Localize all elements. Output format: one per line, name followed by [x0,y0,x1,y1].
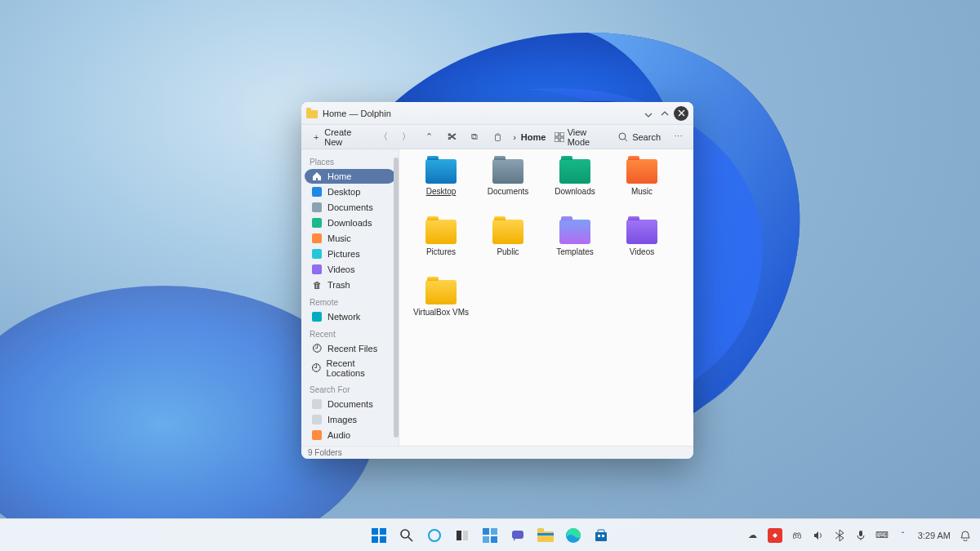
view-mode-label: View Mode [568,127,606,147]
home-icon [311,171,323,182]
sidebar-item-recent-locations[interactable]: 🕘︎Recent Locations [305,357,395,380]
taskbar-store-button[interactable] [589,523,613,548]
taskbar-widgets-button[interactable] [478,523,502,548]
sidebar-item-downloads[interactable]: Downloads [305,216,395,230]
folder-icon [626,220,657,244]
network-icon [311,311,323,322]
svg-rect-3 [555,132,559,136]
window-titlebar[interactable]: Home — Dolphin [301,102,693,125]
tray-microphone-icon[interactable] [854,529,867,542]
folder-templates[interactable]: Templates [541,220,608,277]
folder-pictures[interactable]: Pictures [408,220,474,277]
paste-button[interactable]: 📋︎ [488,130,506,144]
folder-downloads[interactable]: Downloads [541,159,608,216]
sidebar-item-network[interactable]: Network [305,309,395,324]
search-button[interactable]: Search [614,130,664,144]
videos-icon [311,445,323,446]
folder-icon [425,159,457,184]
tray-keyboard-icon[interactable]: ⌨︎ [875,529,889,542]
tray-overflow-icon[interactable]: ˆ [897,529,910,542]
maximize-button[interactable] [657,106,672,121]
tray-cloud-icon[interactable]: ☁︎ [746,529,760,542]
folder-virtualbox-vms[interactable]: VirtualBox VMs [408,280,474,337]
sidebar-item-videos[interactable]: Videos [305,262,395,277]
chevron-left-icon: 〈 [377,131,389,143]
searchfor-header: Search For [303,380,397,396]
start-button[interactable] [367,523,391,548]
sidebar-item-search-audio[interactable]: Audio [305,428,395,442]
sidebar-item-documents[interactable]: Documents [305,200,395,215]
recent-files-icon: 🕘︎ [311,343,323,354]
sidebar-item-home[interactable]: Home [305,169,395,184]
desktop-icon [311,186,323,198]
sidebar-item-music[interactable]: Music [305,231,395,246]
svg-rect-10 [380,528,386,535]
tray-bluetooth-icon[interactable] [833,529,846,542]
search-icon [617,131,629,143]
view-mode-button[interactable]: View Mode [550,126,609,149]
svg-rect-29 [598,535,600,537]
taskbar-edge-button[interactable] [561,523,586,548]
copy-button[interactable]: ⧉ [466,130,483,144]
tray-anydesk-icon[interactable] [768,528,782,543]
breadcrumb[interactable]: › Home [513,132,546,142]
tray-volume-icon[interactable] [812,529,825,542]
sidebar-item-search-documents[interactable]: Documents [305,397,395,411]
folder-desktop[interactable]: Desktop [408,159,474,216]
places-header: Places [303,153,397,168]
close-button[interactable] [674,106,688,121]
scissors-icon: ✀ [446,131,457,143]
tray-gamepad-icon[interactable]: 🎮︎ [791,529,804,542]
clipboard-icon: 📋︎ [492,131,503,143]
window-body: Places Home Desktop Documents Downloads … [301,149,693,446]
taskbar-cortana-button[interactable] [422,523,447,548]
folder-icon [626,159,657,184]
taskbar-file-explorer-button[interactable] [533,523,558,548]
folder-documents[interactable]: Documents [474,159,541,216]
svg-rect-5 [555,138,559,142]
system-tray: ☁︎ 🎮︎ ⌨︎ ˆ 3:29 AM [746,528,980,543]
sidebar-item-recent-files[interactable]: 🕘︎Recent Files [305,341,395,356]
folder-videos[interactable]: Videos [608,220,675,277]
nav-forward-button[interactable]: 〉 [397,130,415,144]
svg-rect-11 [372,536,378,543]
downloads-icon [311,217,323,229]
cut-button[interactable]: ✀ [443,130,461,144]
create-new-label: Create New [324,127,366,147]
svg-rect-27 [595,532,607,541]
recent-locations-icon: 🕘︎ [311,362,322,374]
create-new-button[interactable]: + Create New [308,126,369,149]
sidebar: Places Home Desktop Documents Downloads … [301,149,399,446]
images-icon [311,414,323,425]
nav-up-button[interactable]: ⌃ [420,130,438,144]
folder-public[interactable]: Public [474,220,541,277]
sidebar-item-search-images[interactable]: Images [305,412,395,427]
taskbar-chat-button[interactable] [506,523,530,548]
breadcrumb-sep-icon: › [513,132,516,142]
sidebar-item-desktop[interactable]: Desktop [305,184,395,199]
svg-rect-6 [560,138,564,142]
sidebar-item-trash[interactable]: 🗑︎Trash [305,278,395,292]
svg-rect-22 [512,531,523,539]
minimize-button[interactable] [641,106,656,121]
folder-music[interactable]: Music [608,159,675,216]
sidebar-item-search-videos[interactable]: Videos [305,443,395,446]
taskbar-search-button[interactable] [394,523,419,548]
music-icon [311,233,323,244]
svg-rect-24 [537,528,544,532]
tray-clock[interactable]: 3:29 AM [918,531,951,540]
svg-rect-16 [457,531,461,540]
taskbar: ☁︎ 🎮︎ ⌨︎ ˆ 3:29 AM [0,518,980,551]
sidebar-scrollbar[interactable] [394,158,399,438]
taskbar-taskview-button[interactable] [450,523,474,548]
nav-back-button[interactable]: 〈 [374,130,392,144]
tray-notifications-icon[interactable] [959,529,972,542]
sidebar-item-pictures[interactable]: Pictures [305,247,395,261]
folder-view[interactable]: Desktop Documents Downloads Music Pictur… [399,149,693,446]
overflow-button[interactable]: ⋯ [669,130,687,144]
svg-rect-23 [537,531,554,542]
svg-rect-2 [306,108,311,111]
remote-header: Remote [303,293,397,309]
breadcrumb-home[interactable]: Home [521,132,546,142]
svg-rect-30 [602,535,604,537]
